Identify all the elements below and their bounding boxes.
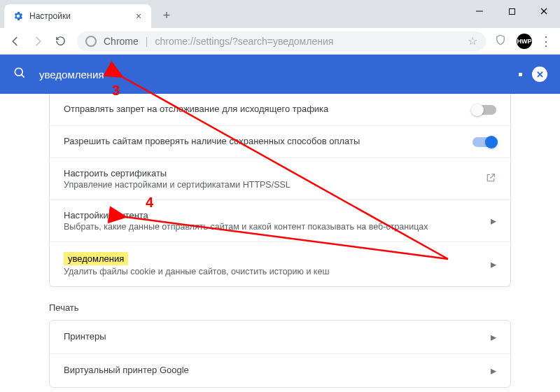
window-controls [463, 0, 560, 22]
reload-button[interactable] [50, 31, 70, 51]
browser-tab[interactable]: Настройки × [4, 4, 151, 28]
row-clear-data[interactable]: уведомления Удалить файлы cookie и данны… [50, 241, 510, 286]
gear-icon [13, 10, 24, 22]
close-window-button[interactable] [528, 0, 560, 22]
search-icon [13, 66, 27, 83]
svg-point-4 [15, 68, 22, 76]
svg-rect-1 [509, 8, 514, 14]
search-caret-icon [519, 73, 522, 76]
row-sublabel: Удалить файлы cookie и данные сайтов, оч… [64, 267, 491, 276]
bookmark-star-icon[interactable]: ☆ [468, 34, 477, 48]
browser-toolbar: Chrome | chrome://settings/?search=уведо… [0, 28, 560, 55]
chevron-right-icon: ▸ [491, 364, 496, 377]
row-content-settings[interactable]: Настройки контента Выбрать, какие данные… [50, 200, 510, 241]
toggle-payment-methods[interactable] [472, 137, 496, 147]
settings-search-bar: ✕ [0, 55, 560, 94]
url-text: chrome://settings/?search=уведомления [155, 36, 333, 47]
row-google-cloud-print[interactable]: Виртуальный принтер Google ▸ [50, 354, 510, 387]
print-card: Принтеры ▸ Виртуальный принтер Google ▸ [49, 320, 511, 388]
new-tab-button[interactable]: + [157, 6, 176, 25]
chevron-right-icon: ▸ [491, 330, 496, 344]
row-do-not-track[interactable]: Отправлять запрет на отслеживание для ис… [50, 94, 510, 125]
search-highlight: уведомления [64, 252, 128, 265]
row-payment-methods[interactable]: Разрешить сайтам проверять наличие сохра… [50, 125, 510, 158]
row-label: Виртуальный принтер Google [64, 365, 491, 375]
chevron-right-icon: ▸ [491, 258, 496, 271]
row-label: Настроить сертификаты [64, 168, 485, 178]
svg-line-5 [22, 75, 24, 78]
row-certificates[interactable]: Настроить сертификаты Управление настрой… [50, 158, 510, 200]
row-printers[interactable]: Принтеры ▸ [50, 321, 510, 354]
maximize-button[interactable] [496, 0, 528, 22]
browser-menu-icon[interactable]: ⋮ [538, 34, 554, 49]
tab-title: Настройки [29, 11, 133, 21]
clear-search-button[interactable]: ✕ [532, 66, 547, 82]
address-bar[interactable]: Chrome | chrome://settings/?search=уведо… [77, 31, 486, 51]
window-titlebar: Настройки × + [0, 0, 560, 28]
toggle-do-not-track[interactable] [472, 105, 496, 115]
row-label: Отправлять запрет на отслеживание для ис… [64, 104, 472, 114]
row-label: Разрешить сайтам проверять наличие сохра… [64, 136, 472, 146]
profile-avatar[interactable]: HWP [517, 34, 532, 49]
privacy-card: Отправлять запрет на отслеживание для ис… [49, 94, 511, 287]
back-button[interactable] [6, 31, 25, 51]
url-scheme: Chrome [104, 36, 139, 47]
settings-search-input[interactable] [39, 69, 513, 80]
omnibox-actions: ☆ [468, 34, 477, 48]
settings-content: Отправлять запрет на отслеживание для ис… [0, 94, 560, 392]
row-sublabel: Управление настройками и сертификатами H… [64, 180, 485, 190]
row-label: Принтеры [64, 331, 491, 342]
external-link-icon [485, 172, 496, 186]
row-sublabel: Выбрать, какие данные отправлять сайтам … [64, 222, 491, 232]
shield-icon[interactable] [494, 34, 507, 49]
close-tab-icon[interactable]: × [133, 10, 144, 22]
section-title-print: Печать [49, 302, 511, 313]
row-label: Настройки контента [64, 210, 491, 220]
chevron-right-icon: ▸ [491, 214, 496, 227]
chrome-scheme-icon [85, 36, 97, 47]
forward-button[interactable] [28, 31, 48, 51]
minimize-button[interactable] [463, 0, 496, 22]
